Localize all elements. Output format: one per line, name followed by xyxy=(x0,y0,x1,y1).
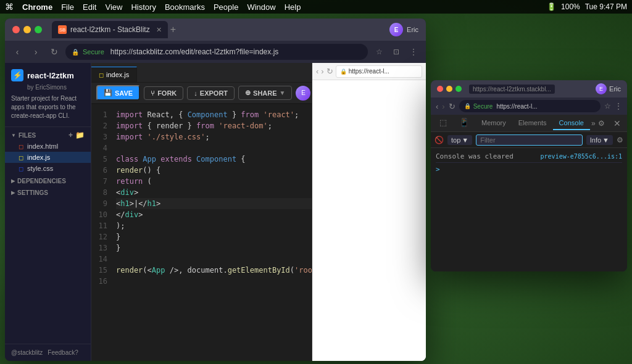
back-button[interactable]: ‹ xyxy=(10,44,25,59)
devtools-panel-tabs: ⬚ 📱 Memory Elements Console » ⚙ ✕ xyxy=(431,115,627,132)
titlebar-right: E Eric xyxy=(389,23,418,36)
menu-view[interactable]: View xyxy=(105,2,122,12)
console-source[interactable]: preview-e7855c6...is:1 xyxy=(541,153,622,160)
close-button[interactable] xyxy=(12,26,20,33)
preview-content xyxy=(312,80,426,361)
menu-file[interactable]: File xyxy=(61,2,74,12)
editor-tab-indexjs[interactable]: ◻ index.js xyxy=(91,67,137,82)
code-line-12: } xyxy=(116,231,312,242)
editor-toolbar: 💾 SAVE ⑂ FORK ↓ EXPORT ⊕ SHARE ▼ xyxy=(91,83,312,104)
tab-bar: SB react-l2ztkm - StackBlitz ✕ + xyxy=(52,21,385,38)
code-line-11: ); xyxy=(116,220,312,231)
editor-area: ⚡ react-l2ztkm by EricSimons Starter pro… xyxy=(5,63,426,361)
console-output: Console was cleared preview-e7855c6...is… xyxy=(431,148,627,271)
devtools-tab-memory[interactable]: Memory xyxy=(475,117,512,130)
devtools-tab-console[interactable]: Console xyxy=(553,117,590,130)
menu-bookmarks[interactable]: Bookmarks xyxy=(165,2,205,12)
share-chevron: ▼ xyxy=(280,89,286,96)
tab-title: react-l2ztkm - StackBlitz xyxy=(70,25,150,34)
devtools-close-button[interactable] xyxy=(437,86,443,92)
code-line-10: </div> xyxy=(116,209,312,220)
preview-address-bar[interactable]: 🔒 https://react-l... xyxy=(336,65,422,78)
devtools-tab-inspect[interactable]: ⬚ xyxy=(433,115,453,131)
refresh-button[interactable]: ↻ xyxy=(47,44,62,59)
bookmark-button[interactable]: ☆ xyxy=(372,44,386,59)
clock: Tue 9:47 PM xyxy=(585,2,627,11)
devtools-tab-elements[interactable]: Elements xyxy=(512,117,553,130)
save-button[interactable]: 💾 SAVE xyxy=(96,85,140,101)
console-cleared-text: Console was cleared xyxy=(436,152,514,160)
maximize-button[interactable] xyxy=(35,26,42,33)
menu-people[interactable]: People xyxy=(214,2,238,12)
preview-toolbar: ‹ › ↻ 🔒 https://react-l... xyxy=(312,63,426,80)
preview-forward-button[interactable]: › xyxy=(321,67,323,76)
project-description: Starter project for React apps that expo… xyxy=(11,94,85,120)
minimize-button[interactable] xyxy=(23,26,31,33)
devtools-forward-button[interactable]: › xyxy=(442,102,444,111)
file-item-html[interactable]: ◻ index.html xyxy=(5,141,91,152)
menu-help[interactable]: Help xyxy=(285,2,301,12)
battery-icon: 🔋 xyxy=(547,2,556,11)
share-button[interactable]: ⊕ SHARE ▼ xyxy=(238,86,292,100)
file-item-css[interactable]: ◻ style.css xyxy=(5,163,91,174)
devtools-more-button[interactable]: ⋮ xyxy=(615,102,622,110)
device-icon: 📱 xyxy=(459,118,469,127)
devtools-back-button[interactable]: ‹ xyxy=(436,102,438,111)
add-file-button[interactable]: + xyxy=(69,131,73,139)
devtools-maximize-button[interactable] xyxy=(455,86,462,92)
more-button[interactable]: ⋮ xyxy=(406,44,421,59)
devtools-address-bar[interactable]: 🔒 Secure https://react-l... xyxy=(459,100,601,112)
twitter-link[interactable]: @stackblitz xyxy=(11,349,43,356)
devtools-tab-device[interactable]: 📱 xyxy=(453,115,475,131)
files-section[interactable]: ▼ FILES + 📁 xyxy=(5,127,91,141)
devtools-clear-button[interactable]: 🚫 xyxy=(434,136,444,144)
forward-button[interactable]: › xyxy=(28,44,43,59)
tab-favicon: SB xyxy=(58,25,67,34)
sidebar-footer: @stackblitz Feedback? xyxy=(5,344,91,361)
cast-button[interactable]: ⊡ xyxy=(389,44,404,59)
tab-close-button[interactable]: ✕ xyxy=(156,26,162,34)
devtools-filter-row: 🚫 top ▼ Info ▼ ⚙ xyxy=(431,132,627,148)
code-area[interactable]: import React, { Component } from 'react'… xyxy=(111,104,312,361)
file-item-js[interactable]: ◻ index.js xyxy=(5,152,91,163)
devtools-context-selector[interactable]: top ▼ xyxy=(447,135,472,145)
address-bar[interactable]: 🔒 Secure https://stackblitz.com/edit/rea… xyxy=(65,44,368,60)
active-tab[interactable]: SB react-l2ztkm - StackBlitz ✕ xyxy=(52,21,168,38)
dependencies-label: DEPENDENCIES xyxy=(17,178,66,184)
dependencies-section[interactable]: ▶ DEPENDENCIES xyxy=(5,174,91,186)
menu-chrome[interactable]: Chrome xyxy=(22,2,52,12)
add-folder-button[interactable]: 📁 xyxy=(75,131,85,139)
inspect-icon: ⬚ xyxy=(439,118,447,127)
export-button[interactable]: ↓ EXPORT xyxy=(187,86,235,100)
code-content[interactable]: 1234 5678 9101112 13141516 import React,… xyxy=(91,104,312,361)
devtools-filter-input[interactable] xyxy=(476,134,583,146)
share-icon: ⊕ xyxy=(245,89,251,97)
preview-back-button[interactable]: ‹ xyxy=(316,67,318,76)
console-prompt[interactable]: > xyxy=(436,165,622,173)
devtools-more-tabs-button[interactable]: » xyxy=(591,119,596,128)
export-icon: ↓ xyxy=(194,89,198,97)
devtools-minimize-button[interactable] xyxy=(446,86,452,92)
code-line-5: class App extends Component { xyxy=(116,154,312,165)
devtools-star-button[interactable]: ☆ xyxy=(604,102,611,110)
user-avatar-toolbar: E xyxy=(296,86,310,101)
devtools-panel-close-button[interactable]: ✕ xyxy=(610,118,625,128)
preview-refresh-button[interactable]: ↻ xyxy=(326,67,333,76)
devtools-level-selector[interactable]: Info ▼ xyxy=(586,135,613,145)
settings-section[interactable]: ▶ SETTINGS xyxy=(5,186,91,197)
menu-window[interactable]: Window xyxy=(247,2,275,12)
apple-icon[interactable]: ⌘ xyxy=(5,2,14,12)
devtools-tab-bar: https://react-l2ztkm.stackbl... xyxy=(469,85,592,94)
devtools-refresh-button[interactable]: ↻ xyxy=(449,102,455,111)
devtools-settings-button[interactable]: ⚙ xyxy=(598,119,605,128)
devtools-filter-settings-button[interactable]: ⚙ xyxy=(617,136,623,144)
menu-history[interactable]: History xyxy=(131,2,156,12)
fork-button[interactable]: ⑂ FORK xyxy=(144,86,183,100)
devtools-page-tab[interactable]: https://react-l2ztkm.stackbl... xyxy=(469,85,555,94)
devtools-titlebar-right: E Eric xyxy=(596,83,621,94)
file-name-html: index.html xyxy=(27,143,58,150)
menu-edit[interactable]: Edit xyxy=(83,2,96,12)
new-tab-button[interactable]: + xyxy=(170,24,176,35)
feedback-link[interactable]: Feedback? xyxy=(48,349,78,356)
browser-titlebar: SB react-l2ztkm - StackBlitz ✕ + E Eric xyxy=(5,19,426,41)
